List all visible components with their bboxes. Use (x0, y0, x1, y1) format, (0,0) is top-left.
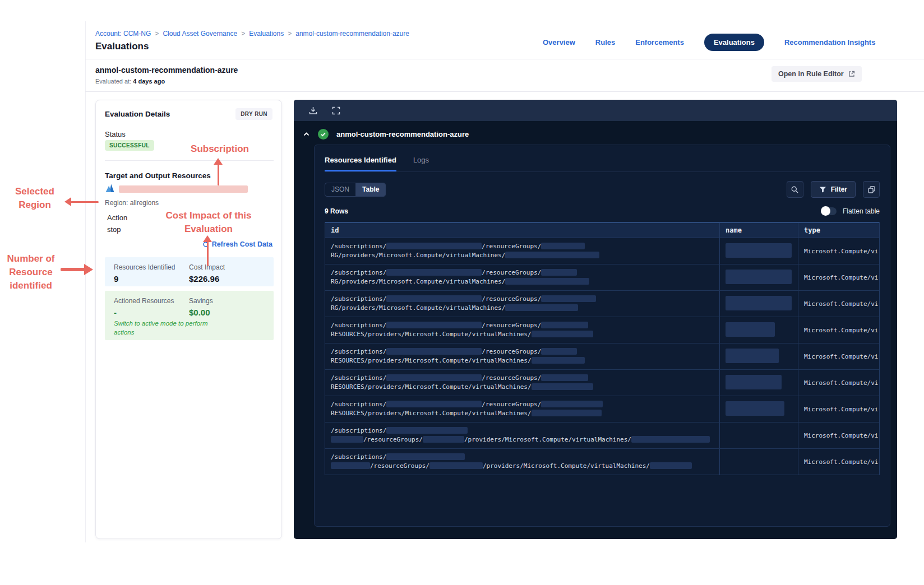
top-nav: Overview Rules Enforcements Evaluations … (543, 34, 875, 51)
redacted-value (505, 304, 578, 311)
refresh-cost-data-link[interactable]: Refresh Cost Data (202, 240, 272, 248)
annotation-selected-region: Selected Region (3, 185, 66, 212)
search-icon (791, 185, 799, 194)
resources-identified-label: Resources Identified (114, 263, 175, 271)
redacted-value (541, 348, 577, 355)
savings-value: $0.00 (189, 308, 213, 317)
open-rule-editor-button[interactable]: Open in Rule Editor (771, 66, 862, 82)
copy-button[interactable] (863, 181, 880, 198)
redacted-value (541, 243, 585, 249)
table-row: /subscriptions//resourceGroups/RESOURCES… (325, 370, 879, 396)
annotation-cost-impact: Cost Impact of this Evaluation (159, 209, 258, 236)
redacted-value (532, 410, 602, 416)
annotation-cost-impact-arrowhead (203, 235, 212, 242)
viewer-controls-row: JSON Table Filter (325, 181, 880, 198)
table-row: /subscriptions//resourceGroups//provider… (325, 422, 879, 449)
identified-cost-box: Resources Identified 9 Cost Impact $226.… (105, 257, 274, 286)
flatten-table-toggle[interactable]: Flatten table (822, 207, 880, 215)
tab-logs[interactable]: Logs (413, 156, 429, 171)
table-row: /subscriptions//resourceGroups/RG/provid… (325, 238, 879, 264)
type-cell: Microsoft.Compute/virtu (798, 370, 879, 396)
table-row: /subscriptions//resourceGroups/RESOURCES… (325, 343, 879, 370)
type-cell: Microsoft.Compute/virtu (798, 238, 879, 264)
breadcrumb-evaluation-name[interactable]: anmol-custom-recommendation-azure (295, 30, 409, 38)
results-panel: anmol-custom-recommendation-azure Resour… (294, 100, 897, 539)
resources-card: Resources Identified Logs JSON Table (314, 145, 890, 527)
redacted-value (541, 269, 577, 276)
copy-icon (867, 185, 876, 194)
redacted-value (386, 269, 482, 276)
table-row: /subscriptions//resourceGroups/RG/provid… (325, 264, 879, 291)
redacted-value (386, 427, 468, 434)
status-badge: SUCCESSFUL (105, 140, 154, 151)
tab-resources-identified[interactable]: Resources Identified (325, 156, 396, 171)
tab-overview[interactable]: Overview (543, 38, 575, 47)
azure-icon (104, 183, 116, 194)
view-toggle-json[interactable]: JSON (325, 183, 356, 196)
type-cell: Microsoft.Compute/virtu (798, 449, 879, 475)
collapse-chevron-icon[interactable] (303, 131, 310, 138)
view-toggle-table[interactable]: Table (356, 183, 385, 196)
annotation-selected-region-arrow-line (71, 201, 99, 203)
name-cell (720, 343, 798, 369)
id-cell: /subscriptions//resourceGroups//provider… (325, 422, 720, 448)
type-cell: Microsoft.Compute/virtu (798, 291, 879, 317)
switch-mode-note: Switch to active mode to perform actions (114, 319, 215, 337)
savings-label: Savings (189, 297, 213, 305)
id-cell: /subscriptions//resourceGroups/RG/provid… (325, 291, 720, 317)
download-icon[interactable] (308, 106, 318, 115)
redacted-value (532, 357, 585, 364)
table-body: /subscriptions//resourceGroups/RG/provid… (325, 238, 879, 475)
table-row: /subscriptions//resourceGroups/RG/provid… (325, 291, 879, 317)
breadcrumb-separator: > (288, 30, 292, 38)
tab-evaluations-active[interactable]: Evaluations (704, 34, 764, 51)
redacted-value (386, 348, 482, 355)
header-divider (85, 59, 924, 59)
column-header-name: name (720, 223, 798, 238)
breadcrumb-governance[interactable]: Cloud Asset Governance (163, 30, 237, 38)
redacted-name (726, 401, 784, 416)
redacted-name (726, 270, 792, 284)
toggle-track (822, 207, 837, 215)
actioned-resources-value: - (114, 308, 174, 317)
subheader-divider (85, 91, 924, 92)
redacted-value (541, 401, 603, 407)
rows-count: 9 Rows (325, 207, 348, 215)
redacted-name (726, 322, 775, 337)
name-cell (720, 422, 798, 448)
toggle-knob (821, 206, 830, 216)
tab-recommendation-insights[interactable]: Recommendation Insights (784, 38, 876, 47)
target-resources-title: Target and Output Resources (105, 171, 211, 180)
redacted-value (386, 453, 465, 460)
column-header-id: id (325, 223, 720, 238)
dry-run-badge: DRY RUN (235, 108, 272, 120)
annotation-subscription-arrowhead (214, 158, 223, 165)
redacted-value (386, 401, 482, 407)
redacted-value (650, 462, 692, 469)
filter-button[interactable]: Filter (811, 181, 856, 198)
id-cell: /subscriptions//resourceGroups/RESOURCES… (325, 317, 720, 343)
table-actions: Filter (787, 181, 880, 198)
name-cell (720, 238, 798, 264)
evaluated-at: Evaluated at: 4 days ago (95, 78, 165, 85)
annotation-subscription: Subscription (175, 142, 265, 156)
success-check-icon (318, 129, 329, 140)
result-title: anmol-custom-recommendation-azure (336, 130, 469, 138)
breadcrumb-account[interactable]: Account: CCM-NG (95, 30, 151, 38)
redacted-value (386, 322, 482, 328)
tab-enforcements[interactable]: Enforcements (635, 38, 684, 47)
redacted-value (386, 295, 482, 302)
fullscreen-icon[interactable] (331, 106, 341, 115)
tab-rules[interactable]: Rules (595, 38, 615, 47)
resources-identified-value: 9 (114, 274, 175, 284)
breadcrumb-evaluations[interactable]: Evaluations (249, 30, 284, 38)
redacted-name (726, 375, 782, 389)
name-cell (720, 317, 798, 343)
redacted-name (726, 296, 792, 310)
redacted-value (386, 374, 482, 381)
redacted-value (532, 331, 593, 337)
region-value: Region: allregions (105, 199, 159, 207)
search-button[interactable] (787, 181, 803, 198)
table-meta-row: 9 Rows Flatten table (325, 207, 880, 215)
page-title: Evaluations (95, 41, 149, 52)
